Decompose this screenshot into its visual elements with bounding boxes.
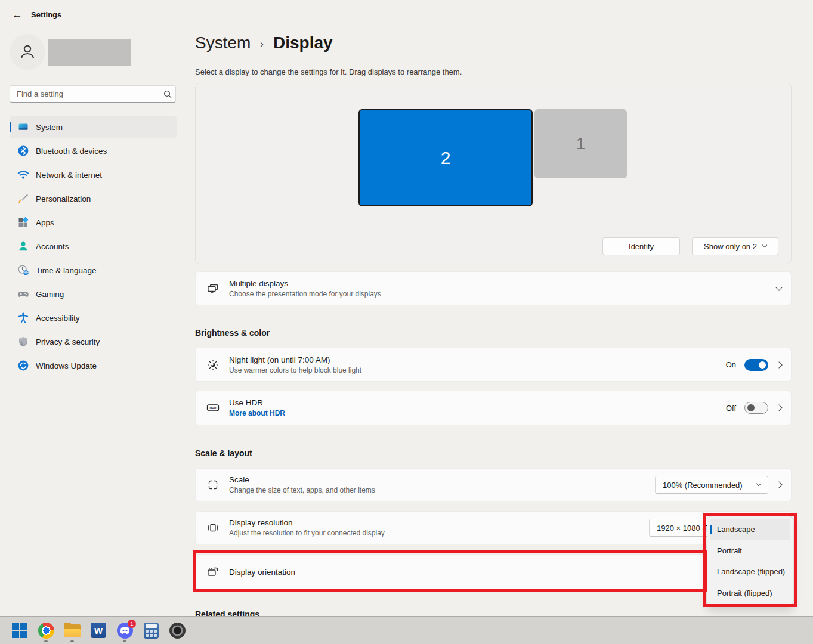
show-only-dropdown[interactable]: Show only on 2 <box>692 237 778 255</box>
display-orientation-icon <box>206 566 220 578</box>
sidebar-item-label: Privacy & security <box>36 338 100 346</box>
sidebar-item-label: Time & language <box>36 266 97 275</box>
sidebar-item-bluetooth-devices[interactable]: Bluetooth & devices <box>10 140 177 162</box>
orientation-dropdown-menu: Landscape Portrait Landscape (flipped) P… <box>707 516 793 606</box>
username-redacted-block <box>48 39 131 66</box>
app-title: Settings <box>31 10 61 19</box>
taskbar-calculator[interactable] <box>143 622 159 639</box>
sidebar-item-label: Accounts <box>36 242 69 251</box>
chevron-down-icon[interactable] <box>775 284 782 290</box>
hdr-icon: HDR <box>206 402 220 414</box>
search-box[interactable] <box>10 85 176 103</box>
row-title: Display resolution <box>229 518 385 527</box>
breadcrumb-separator-icon: › <box>260 38 264 50</box>
accessibility-person-icon <box>17 312 30 324</box>
bluetooth-icon <box>17 145 30 157</box>
page-title: Display <box>273 33 333 52</box>
hdr-row[interactable]: HDR Use HDR More about HDR Off <box>195 391 792 425</box>
toggle-state-label: Off <box>726 404 736 413</box>
taskbar-chrome[interactable] <box>38 622 54 639</box>
multiple-displays-icon <box>206 283 220 295</box>
menu-item-portrait[interactable]: Portrait <box>710 540 790 562</box>
display-resolution-row[interactable]: Display resolution Adjust the resolution… <box>195 511 792 544</box>
menu-item-portrait-flipped[interactable]: Portrait (flipped) <box>710 583 790 604</box>
sidebar-item-label: Bluetooth & devices <box>36 147 107 156</box>
page-description: Select a display to change the settings … <box>195 67 462 76</box>
toggle-state-label: On <box>726 360 736 369</box>
row-subtitle: Change the size of text, apps, and other… <box>229 486 375 494</box>
sidebar-item-accessibility[interactable]: Accessibility <box>10 307 177 329</box>
row-subtitle: Adjust the resolution to fit your connec… <box>229 529 385 537</box>
sidebar-item-privacy-security[interactable]: Privacy & security <box>10 331 177 352</box>
scale-select[interactable]: 100% (Recommended) <box>655 476 768 494</box>
sidebar-item-personalization[interactable]: Personalization <box>10 188 177 209</box>
clock-globe-icon <box>17 264 30 276</box>
hdr-toggle[interactable] <box>744 402 768 414</box>
identify-button[interactable]: Identify <box>602 237 680 255</box>
more-about-hdr-link[interactable]: More about HDR <box>229 409 285 417</box>
file-explorer-icon <box>64 623 81 637</box>
sidebar-item-network-internet[interactable]: Network & internet <box>10 164 177 185</box>
taskbar-world-of-tanks[interactable] <box>169 622 186 639</box>
sidebar-item-label: Gaming <box>36 290 64 299</box>
chrome-icon <box>38 623 54 639</box>
wifi-icon <box>17 169 30 181</box>
menu-item-landscape[interactable]: Landscape <box>710 519 790 540</box>
row-title: Night light (on until 7:00 AM) <box>229 355 361 364</box>
night-light-icon <box>206 359 220 371</box>
system-icon <box>17 121 30 133</box>
taskbar-discord[interactable]: 1 <box>116 622 133 639</box>
sidebar-item-apps[interactable]: Apps <box>10 212 177 233</box>
sidebar-item-label: Accessibility <box>36 314 80 323</box>
taskbar-file-explorer[interactable] <box>64 622 81 639</box>
back-button[interactable]: ← <box>8 8 26 22</box>
calculator-icon <box>144 623 159 639</box>
taskbar-word[interactable]: W <box>90 622 107 639</box>
breadcrumb: System › Display <box>195 33 333 52</box>
chevron-right-icon[interactable] <box>775 361 782 368</box>
sidebar-item-time-language[interactable]: Time & language <box>10 259 177 281</box>
night-light-row[interactable]: Night light (on until 7:00 AM) Use warme… <box>195 348 792 382</box>
sidebar-item-windows-update[interactable]: Windows Update <box>10 355 177 376</box>
chevron-right-icon[interactable] <box>775 481 782 488</box>
sidebar-item-gaming[interactable]: Gaming <box>10 283 177 305</box>
start-button[interactable] <box>11 622 28 639</box>
windows-logo-icon <box>12 623 27 638</box>
chevron-down-icon <box>756 481 761 486</box>
avatar[interactable] <box>10 34 45 70</box>
row-title: Use HDR <box>229 398 285 407</box>
scale-icon <box>206 479 220 491</box>
multiple-displays-row[interactable]: Multiple displays Choose the presentatio… <box>195 271 792 305</box>
sidebar-item-label: Apps <box>36 218 54 227</box>
word-icon: W <box>91 623 106 638</box>
menu-item-landscape-flipped[interactable]: Landscape (flipped) <box>710 561 790 583</box>
sidebar-item-label: Windows Update <box>36 361 97 370</box>
accounts-person-icon <box>17 240 30 252</box>
svg-text:HDR: HDR <box>210 406 217 410</box>
brush-icon <box>17 193 30 205</box>
sidebar-item-accounts[interactable]: Accounts <box>10 236 177 257</box>
notification-badge: 1 <box>128 620 136 628</box>
monitor-2[interactable]: 2 <box>358 109 533 206</box>
scale-row[interactable]: Scale Change the size of text, apps, and… <box>195 468 792 501</box>
sidebar-item-label: Personalization <box>36 194 91 203</box>
breadcrumb-parent[interactable]: System <box>195 33 251 52</box>
row-title: Scale <box>229 475 375 484</box>
sidebar-item-system[interactable]: System <box>10 116 177 138</box>
chevron-right-icon[interactable] <box>775 404 782 411</box>
section-header-brightness: Brightness & color <box>195 328 270 338</box>
settings-window: ← Settings System Bluetooth & de <box>0 0 813 644</box>
night-light-toggle[interactable] <box>744 359 768 371</box>
display-resolution-icon <box>206 522 220 534</box>
selected-accent-bar <box>710 525 712 534</box>
search-input[interactable] <box>10 89 160 98</box>
row-subtitle: Use warmer colors to help block blue lig… <box>229 366 361 374</box>
monitor-1[interactable]: 1 <box>534 109 627 178</box>
shield-icon <box>17 336 30 348</box>
gamepad-icon <box>17 288 30 300</box>
selected-accent-bar <box>10 122 11 132</box>
back-arrow-icon: ← <box>13 9 23 21</box>
update-refresh-icon <box>17 360 30 371</box>
display-orientation-row[interactable]: Display orientation <box>195 554 792 590</box>
running-indicator <box>44 640 48 642</box>
